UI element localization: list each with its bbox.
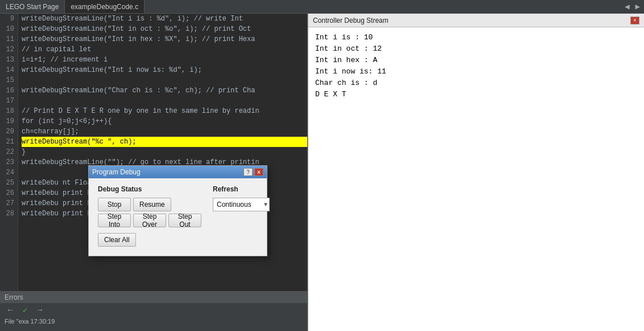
code-line: for (int j=0;j<6;j++){ [22, 116, 307, 126]
code-line: ⇒ writeDebugStream("%c ", ch); [22, 137, 307, 147]
tab-start-label: LEGO Start Page [6, 3, 59, 11]
program-debug-modal: Program Debug ? × Debug Status Stop [88, 165, 267, 256]
code-line: writeDebugStreamLine("Int i is : %d", i)… [22, 14, 307, 24]
back-error-btn[interactable]: ← [5, 305, 16, 314]
resume-button[interactable]: Resume [133, 198, 171, 211]
debug-stream-line: Int i is : 10 [315, 32, 637, 43]
code-line [22, 96, 307, 106]
modal-title-controls: ? × [243, 168, 263, 176]
modal-title: Program Debug [92, 168, 141, 176]
code-line [22, 75, 307, 85]
step-over-button[interactable]: Step Over [133, 214, 166, 227]
tab-start-page[interactable]: LEGO Start Page [0, 0, 65, 13]
code-line: // in capital let [22, 44, 307, 55]
debug-btn-group: Stop Resume Step Into Step Over Step Out [98, 198, 201, 227]
code-line: // Print D E X T E R one by one in the s… [22, 106, 307, 116]
check-error-btn[interactable]: ✓ [19, 305, 31, 314]
tab-bar: LEGO Start Page exampleDebugCode.c ◀ ▶ [0, 0, 644, 14]
clear-all-button[interactable]: Clear All [98, 233, 136, 247]
code-line: writeDebugStreamLine("Int i now is: %d",… [22, 65, 307, 75]
step-out-button[interactable]: Step Out [168, 214, 201, 227]
code-line: ch=charray[j]; [22, 126, 307, 137]
debug-status-label: Debug Status [98, 185, 201, 193]
tab-debug-code[interactable]: exampleDebugCode.c [65, 0, 145, 13]
errors-title: Errors [5, 293, 23, 301]
stop-resume-row: Stop Resume [98, 198, 201, 211]
debug-stream-content: Int i is : 10Int in oct : 12Int in hex :… [308, 27, 644, 331]
errors-panel: Errors ← ✓ → File "exa 17:30:19 [0, 291, 307, 331]
debug-stream-close-btn[interactable]: × [630, 17, 639, 24]
refresh-select-container: ContinuousOnceManual ▼ [213, 198, 270, 211]
debug-stream-line: Int in hex : A [315, 55, 637, 66]
refresh-select[interactable]: ContinuousOnceManual [213, 198, 270, 211]
debug-stream-line: Int in oct : 12 [315, 43, 637, 55]
step-row: Step Into Step Over Step Out [98, 214, 201, 227]
modal-help-btn[interactable]: ? [243, 168, 253, 176]
modal-close-btn[interactable]: × [254, 168, 263, 176]
code-line: writeDebugStreamLine("Int in oct : %o", … [22, 24, 307, 34]
debug-stream-title: Controller Debug Stream [313, 17, 389, 24]
code-line: i=i+1; // increment i [22, 55, 307, 65]
debug-stream-line: Int i now is: 11 [315, 66, 637, 77]
stop-button[interactable]: Stop [98, 198, 131, 211]
debug-stream-panel: Controller Debug Stream × Int i is : 10I… [308, 14, 644, 331]
code-line: } [22, 147, 307, 157]
refresh-section: Refresh ContinuousOnceManual ▼ [213, 185, 270, 227]
tab-navigation: ◀ ▶ [623, 2, 644, 11]
step-into-button[interactable]: Step Into [98, 214, 131, 227]
debug-stream-header: Controller Debug Stream × [308, 14, 644, 27]
tab-nav-left[interactable]: ◀ [623, 2, 631, 11]
error-message: File "exa 17:30:19 [0, 318, 307, 325]
forward-error-btn[interactable]: → [34, 305, 46, 314]
modal-body: Debug Status Stop Resume Step Into Step … [89, 178, 267, 256]
modal-titlebar: Program Debug ? × [89, 166, 267, 178]
refresh-label: Refresh [213, 185, 270, 193]
errors-header: Errors [0, 292, 307, 303]
debug-stream-line: Char ch is : d [315, 77, 637, 89]
debug-status-section: Debug Status Stop Resume Step Into Step … [98, 185, 201, 227]
errors-toolbar: ← ✓ → [0, 303, 307, 317]
tab-file-label: exampleDebugCode.c [71, 3, 138, 11]
clear-row: Clear All [98, 233, 258, 247]
modal-two-col: Debug Status Stop Resume Step Into Step … [98, 185, 258, 227]
line-numbers: 910111213141516171819202122232425262728 [0, 14, 18, 291]
code-line: writeDebugStreamLine("Char ch is : %c", … [22, 85, 307, 96]
code-line: writeDebugStreamLine("Int in hex : %X", … [22, 34, 307, 44]
tab-nav-right[interactable]: ▶ [634, 2, 642, 11]
debug-stream-line: D E X T [315, 89, 637, 100]
